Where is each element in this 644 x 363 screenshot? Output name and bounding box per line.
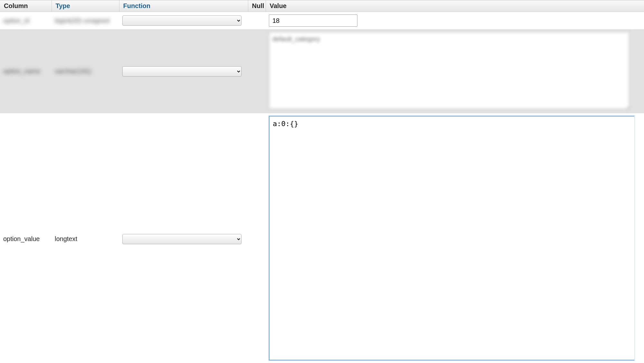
- column-type: longtext: [55, 235, 77, 243]
- column-name: option_value: [3, 235, 40, 243]
- table-row: option_id bigint(20) unsigned: [0, 12, 644, 30]
- header-function[interactable]: Function: [119, 0, 248, 12]
- column-name: option_id: [3, 17, 29, 24]
- column-type: varchar(191): [55, 68, 91, 75]
- table-row: option_name varchar(191): [0, 29, 644, 113]
- column-name: option_name: [3, 68, 41, 75]
- header-column: Column: [0, 0, 52, 12]
- null-cell: [248, 29, 266, 113]
- header-type[interactable]: Type: [52, 0, 119, 12]
- table-header-row: Column Type Function Null Value: [0, 0, 644, 12]
- value-textarea[interactable]: [269, 32, 630, 109]
- header-value: Value: [266, 0, 644, 12]
- value-input[interactable]: [269, 14, 357, 27]
- null-cell: [248, 12, 266, 30]
- null-cell: [248, 113, 266, 363]
- edit-table: Column Type Function Null Value option_i…: [0, 0, 644, 363]
- function-select[interactable]: [122, 234, 242, 244]
- table-row: option_value longtext: [0, 113, 644, 363]
- function-select[interactable]: [122, 66, 242, 77]
- function-select[interactable]: [122, 15, 242, 26]
- value-code-textarea[interactable]: [269, 116, 634, 360]
- column-type: bigint(20) unsigned: [55, 17, 109, 24]
- header-null: Null: [248, 0, 266, 12]
